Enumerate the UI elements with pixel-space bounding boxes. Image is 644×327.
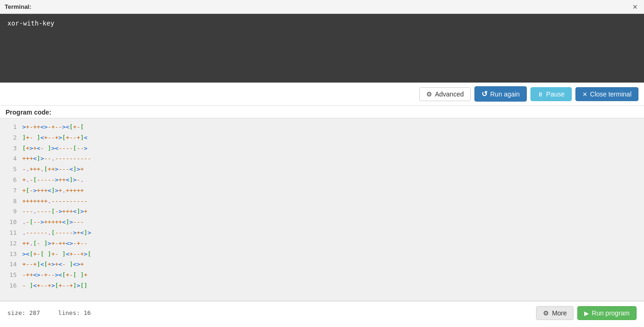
bf-char: [ xyxy=(69,123,73,130)
bf-char: [ xyxy=(80,123,84,130)
bf-char: . xyxy=(62,187,66,194)
bf-char: + xyxy=(22,198,26,205)
bf-char: ] xyxy=(84,229,88,236)
more-label: More xyxy=(552,309,567,317)
bf-char: + xyxy=(58,240,62,247)
bf-char: > xyxy=(80,208,84,215)
table-row: 8+++++++.---------- xyxy=(0,196,644,207)
bf-char: + xyxy=(58,218,62,225)
line-number: 1 xyxy=(0,122,22,132)
line-number: 3 xyxy=(0,144,22,154)
bf-char: - xyxy=(44,208,48,215)
bf-char: > xyxy=(37,271,40,278)
bf-char: + xyxy=(84,271,88,278)
bf-char: + xyxy=(66,187,69,194)
terminal-text: xor-with-key xyxy=(7,19,54,27)
table-row: 13><[+-[ ]+- ]<+--+>[ xyxy=(0,249,644,260)
bf-char: + xyxy=(66,271,69,278)
table-row: 6+.-[----->++<]>-. xyxy=(0,175,644,186)
bf-char: + xyxy=(80,187,84,194)
bf-char: - xyxy=(26,261,30,268)
bf-char: - xyxy=(80,155,84,162)
line-number: 5 xyxy=(0,165,22,174)
size-label: size: xyxy=(7,309,25,316)
bf-char: - xyxy=(66,229,69,236)
table-row: 5-.+++.[++>---<]>+ xyxy=(0,164,644,175)
bf-char: - xyxy=(62,155,66,162)
line-number: 7 xyxy=(0,186,22,196)
line-number: 12 xyxy=(0,239,22,249)
bf-char: ] xyxy=(22,134,26,141)
bf-char: < xyxy=(66,123,69,130)
bf-char: - xyxy=(62,261,66,268)
bf-char: - xyxy=(80,145,84,152)
bf-char: > xyxy=(84,250,88,257)
bf-char: - xyxy=(22,166,26,173)
bf-char: < xyxy=(48,187,51,194)
close-terminal-label: Close terminal xyxy=(590,90,631,98)
bf-char: - xyxy=(44,229,48,236)
bf-char: < xyxy=(40,261,44,268)
bf-char: + xyxy=(37,123,40,130)
header-title: Terminal: xyxy=(5,3,32,10)
line-number: 6 xyxy=(0,175,22,185)
bf-char: + xyxy=(58,282,62,289)
bf-char: [ xyxy=(44,166,48,173)
bf-char: + xyxy=(40,198,44,205)
line-content: -.+++.[++>---<]>+ xyxy=(22,165,84,174)
bf-char: + xyxy=(48,218,51,225)
bf-char: - xyxy=(58,166,62,173)
run-again-button[interactable]: Run again xyxy=(474,86,527,102)
line-content: +++++++.---------- xyxy=(22,197,88,206)
bf-char: + xyxy=(44,134,48,141)
table-row: 7+[->+++<]>+.+++++ xyxy=(0,186,644,196)
bf-char: - xyxy=(40,208,44,215)
more-button[interactable]: More xyxy=(536,306,574,320)
bf-char: - xyxy=(44,176,48,183)
bf-char: . xyxy=(40,166,44,173)
bf-char: + xyxy=(40,187,44,194)
bf-char: [ xyxy=(22,145,26,152)
pause-button[interactable]: Pause xyxy=(530,87,572,101)
bf-char: < xyxy=(84,134,88,141)
close-window-button[interactable]: × xyxy=(631,3,639,11)
advanced-button[interactable]: Advanced xyxy=(419,87,471,101)
bf-char: - xyxy=(37,176,40,183)
bf-char: + xyxy=(69,187,73,194)
bf-char: - xyxy=(66,155,69,162)
run-program-button[interactable]: Run program xyxy=(577,306,637,320)
bf-char: - xyxy=(40,271,44,278)
bf-char: < xyxy=(40,134,44,141)
table-row: 3[+>+<- ]><----[--> xyxy=(0,143,644,154)
bf-char: - xyxy=(66,166,69,173)
bf-char: + xyxy=(22,261,26,268)
bf-char: + xyxy=(69,250,73,257)
bf-char: . xyxy=(22,229,26,236)
bf-char: - xyxy=(66,198,69,205)
bf-char: ] xyxy=(80,271,84,278)
bf-char: - xyxy=(69,134,73,141)
bf-char: + xyxy=(26,240,30,247)
bf-char: + xyxy=(84,208,88,215)
bf-char: - xyxy=(80,240,84,247)
bf-char: - xyxy=(69,145,73,152)
lines-value: 16 xyxy=(83,309,91,316)
bf-char: + xyxy=(80,250,84,257)
bf-char: + xyxy=(44,187,48,194)
line-number: 16 xyxy=(0,281,22,291)
bf-char: [ xyxy=(62,271,66,278)
bf-char: + xyxy=(37,198,40,205)
code-area: 1>+-++<>-+--><[+-[2]+- ]<+--+>[+--+]<3[+… xyxy=(0,118,644,301)
size-value: 287 xyxy=(29,309,40,316)
program-code-header: Program code: xyxy=(0,106,644,118)
bf-char: - xyxy=(58,123,62,130)
bf-char: - xyxy=(69,229,73,236)
bf-char: > xyxy=(48,240,51,247)
bf-char: - xyxy=(62,282,66,289)
line-number: 2 xyxy=(0,133,22,143)
close-terminal-button[interactable]: Close terminal xyxy=(575,87,638,101)
bf-char: - xyxy=(40,282,44,289)
line-content: .------.[----->+<]> xyxy=(22,228,91,238)
bf-char: - xyxy=(37,240,40,247)
gear-icon-more xyxy=(543,309,549,317)
